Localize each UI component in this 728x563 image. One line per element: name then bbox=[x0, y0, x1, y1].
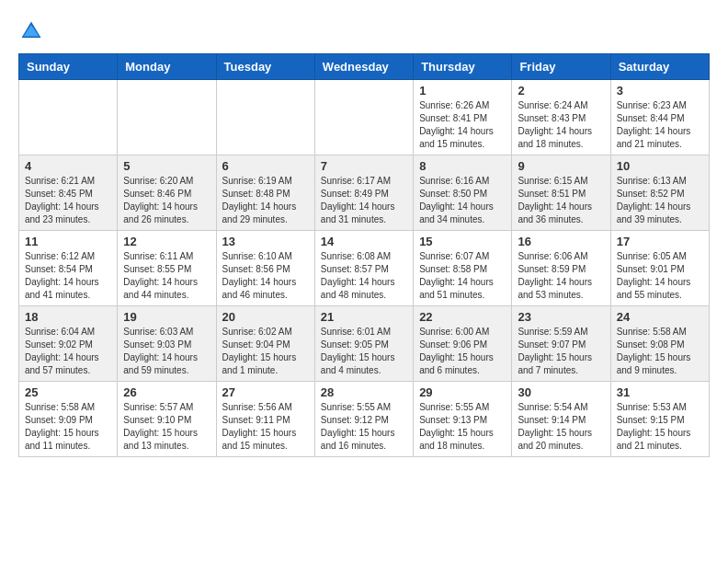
day-number: 27 bbox=[222, 385, 309, 399]
day-number: 5 bbox=[123, 159, 210, 173]
day-number: 22 bbox=[419, 310, 506, 324]
day-info: Sunrise: 5:55 AM Sunset: 9:13 PM Dayligh… bbox=[419, 401, 506, 453]
page-header bbox=[18, 18, 710, 44]
calendar-cell: 15Sunrise: 6:07 AM Sunset: 8:58 PM Dayli… bbox=[414, 231, 512, 306]
day-info: Sunrise: 6:23 AM Sunset: 8:44 PM Dayligh… bbox=[617, 99, 703, 151]
calendar-cell: 30Sunrise: 5:54 AM Sunset: 9:14 PM Dayli… bbox=[512, 382, 610, 457]
day-number: 3 bbox=[617, 84, 703, 98]
calendar-cell: 21Sunrise: 6:01 AM Sunset: 9:05 PM Dayli… bbox=[314, 306, 413, 382]
calendar-cell: 27Sunrise: 5:56 AM Sunset: 9:11 PM Dayli… bbox=[216, 382, 314, 457]
day-number: 24 bbox=[617, 310, 703, 324]
weekday-header-sunday: Sunday bbox=[19, 54, 118, 80]
calendar-cell: 4Sunrise: 6:21 AM Sunset: 8:45 PM Daylig… bbox=[19, 155, 118, 231]
day-number: 30 bbox=[518, 385, 604, 399]
logo-icon bbox=[18, 18, 44, 44]
day-info: Sunrise: 5:57 AM Sunset: 9:10 PM Dayligh… bbox=[123, 401, 210, 453]
day-number: 21 bbox=[321, 310, 407, 324]
logo bbox=[18, 18, 48, 44]
calendar-cell: 23Sunrise: 5:59 AM Sunset: 9:07 PM Dayli… bbox=[512, 306, 610, 382]
day-info: Sunrise: 6:13 AM Sunset: 8:52 PM Dayligh… bbox=[617, 175, 703, 226]
calendar-cell: 19Sunrise: 6:03 AM Sunset: 9:03 PM Dayli… bbox=[118, 306, 216, 382]
day-info: Sunrise: 6:05 AM Sunset: 9:01 PM Dayligh… bbox=[617, 250, 703, 302]
weekday-header-thursday: Thursday bbox=[414, 54, 512, 80]
calendar-cell: 26Sunrise: 5:57 AM Sunset: 9:10 PM Dayli… bbox=[118, 382, 216, 457]
weekday-header-wednesday: Wednesday bbox=[314, 54, 413, 80]
day-info: Sunrise: 5:53 AM Sunset: 9:15 PM Dayligh… bbox=[617, 401, 703, 453]
calendar-cell: 17Sunrise: 6:05 AM Sunset: 9:01 PM Dayli… bbox=[610, 231, 709, 306]
day-number: 23 bbox=[518, 310, 604, 324]
day-number: 25 bbox=[25, 385, 111, 399]
day-number: 9 bbox=[518, 159, 604, 173]
day-number: 1 bbox=[419, 84, 506, 98]
day-number: 8 bbox=[419, 159, 506, 173]
day-number: 20 bbox=[222, 310, 309, 324]
day-info: Sunrise: 6:06 AM Sunset: 8:59 PM Dayligh… bbox=[518, 250, 604, 302]
day-number: 6 bbox=[222, 159, 309, 173]
day-info: Sunrise: 6:00 AM Sunset: 9:06 PM Dayligh… bbox=[419, 326, 506, 377]
calendar-week-2: 4Sunrise: 6:21 AM Sunset: 8:45 PM Daylig… bbox=[19, 155, 710, 231]
calendar-cell: 1Sunrise: 6:26 AM Sunset: 8:41 PM Daylig… bbox=[414, 80, 512, 155]
day-number: 14 bbox=[321, 235, 407, 248]
day-number: 11 bbox=[25, 235, 111, 248]
day-number: 31 bbox=[617, 385, 703, 399]
day-info: Sunrise: 6:19 AM Sunset: 8:48 PM Dayligh… bbox=[222, 175, 309, 226]
calendar-cell: 25Sunrise: 5:58 AM Sunset: 9:09 PM Dayli… bbox=[19, 382, 118, 457]
day-number: 2 bbox=[518, 84, 604, 98]
calendar-cell: 8Sunrise: 6:16 AM Sunset: 8:50 PM Daylig… bbox=[414, 155, 512, 231]
day-number: 17 bbox=[617, 235, 703, 248]
day-number: 18 bbox=[25, 310, 111, 324]
calendar-cell: 3Sunrise: 6:23 AM Sunset: 8:44 PM Daylig… bbox=[610, 80, 709, 155]
weekday-header-saturday: Saturday bbox=[610, 54, 709, 80]
calendar-cell: 20Sunrise: 6:02 AM Sunset: 9:04 PM Dayli… bbox=[216, 306, 314, 382]
day-info: Sunrise: 6:24 AM Sunset: 8:43 PM Dayligh… bbox=[518, 99, 604, 151]
calendar-cell: 31Sunrise: 5:53 AM Sunset: 9:15 PM Dayli… bbox=[610, 382, 709, 457]
calendar-cell bbox=[19, 80, 118, 155]
calendar-week-5: 25Sunrise: 5:58 AM Sunset: 9:09 PM Dayli… bbox=[19, 382, 710, 457]
calendar-cell bbox=[314, 80, 413, 155]
day-number: 12 bbox=[123, 235, 210, 248]
day-info: Sunrise: 5:58 AM Sunset: 9:08 PM Dayligh… bbox=[617, 326, 703, 377]
day-number: 29 bbox=[419, 385, 506, 399]
day-number: 4 bbox=[25, 159, 111, 173]
calendar-cell: 12Sunrise: 6:11 AM Sunset: 8:55 PM Dayli… bbox=[118, 231, 216, 306]
calendar-cell: 22Sunrise: 6:00 AM Sunset: 9:06 PM Dayli… bbox=[414, 306, 512, 382]
calendar-cell: 7Sunrise: 6:17 AM Sunset: 8:49 PM Daylig… bbox=[314, 155, 413, 231]
day-info: Sunrise: 6:21 AM Sunset: 8:45 PM Dayligh… bbox=[25, 175, 111, 226]
day-number: 16 bbox=[518, 235, 604, 248]
day-info: Sunrise: 6:16 AM Sunset: 8:50 PM Dayligh… bbox=[419, 175, 506, 226]
calendar-cell: 24Sunrise: 5:58 AM Sunset: 9:08 PM Dayli… bbox=[610, 306, 709, 382]
day-info: Sunrise: 5:58 AM Sunset: 9:09 PM Dayligh… bbox=[25, 401, 111, 453]
calendar-header: SundayMondayTuesdayWednesdayThursdayFrid… bbox=[19, 54, 710, 80]
day-info: Sunrise: 6:03 AM Sunset: 9:03 PM Dayligh… bbox=[123, 326, 210, 377]
day-info: Sunrise: 5:59 AM Sunset: 9:07 PM Dayligh… bbox=[518, 326, 604, 377]
calendar-cell: 13Sunrise: 6:10 AM Sunset: 8:56 PM Dayli… bbox=[216, 231, 314, 306]
calendar: SundayMondayTuesdayWednesdayThursdayFrid… bbox=[18, 53, 710, 457]
day-info: Sunrise: 6:12 AM Sunset: 8:54 PM Dayligh… bbox=[25, 250, 111, 302]
calendar-cell: 6Sunrise: 6:19 AM Sunset: 8:48 PM Daylig… bbox=[216, 155, 314, 231]
weekday-header-monday: Monday bbox=[118, 54, 216, 80]
calendar-cell: 18Sunrise: 6:04 AM Sunset: 9:02 PM Dayli… bbox=[19, 306, 118, 382]
weekday-header-tuesday: Tuesday bbox=[216, 54, 314, 80]
calendar-cell bbox=[216, 80, 314, 155]
calendar-week-4: 18Sunrise: 6:04 AM Sunset: 9:02 PM Dayli… bbox=[19, 306, 710, 382]
calendar-body: 1Sunrise: 6:26 AM Sunset: 8:41 PM Daylig… bbox=[19, 80, 710, 457]
calendar-cell: 10Sunrise: 6:13 AM Sunset: 8:52 PM Dayli… bbox=[610, 155, 709, 231]
calendar-cell: 29Sunrise: 5:55 AM Sunset: 9:13 PM Dayli… bbox=[414, 382, 512, 457]
calendar-cell: 5Sunrise: 6:20 AM Sunset: 8:46 PM Daylig… bbox=[118, 155, 216, 231]
day-info: Sunrise: 6:20 AM Sunset: 8:46 PM Dayligh… bbox=[123, 175, 210, 226]
day-info: Sunrise: 6:15 AM Sunset: 8:51 PM Dayligh… bbox=[518, 175, 604, 226]
calendar-cell: 11Sunrise: 6:12 AM Sunset: 8:54 PM Dayli… bbox=[19, 231, 118, 306]
day-number: 28 bbox=[321, 385, 407, 399]
calendar-week-1: 1Sunrise: 6:26 AM Sunset: 8:41 PM Daylig… bbox=[19, 80, 710, 155]
weekday-header-friday: Friday bbox=[512, 54, 610, 80]
day-info: Sunrise: 6:11 AM Sunset: 8:55 PM Dayligh… bbox=[123, 250, 210, 302]
day-number: 13 bbox=[222, 235, 309, 248]
day-number: 10 bbox=[617, 159, 703, 173]
day-info: Sunrise: 6:17 AM Sunset: 8:49 PM Dayligh… bbox=[321, 175, 407, 226]
day-info: Sunrise: 6:07 AM Sunset: 8:58 PM Dayligh… bbox=[419, 250, 506, 302]
day-info: Sunrise: 5:55 AM Sunset: 9:12 PM Dayligh… bbox=[321, 401, 407, 453]
calendar-cell: 14Sunrise: 6:08 AM Sunset: 8:57 PM Dayli… bbox=[314, 231, 413, 306]
calendar-cell: 9Sunrise: 6:15 AM Sunset: 8:51 PM Daylig… bbox=[512, 155, 610, 231]
day-number: 7 bbox=[321, 159, 407, 173]
day-info: Sunrise: 5:56 AM Sunset: 9:11 PM Dayligh… bbox=[222, 401, 309, 453]
